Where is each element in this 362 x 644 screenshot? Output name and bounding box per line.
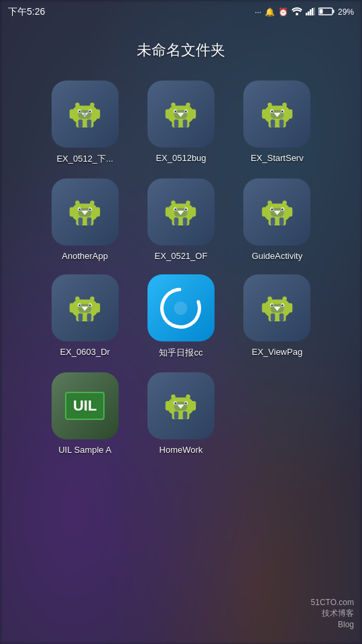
uil-badge-text: UIL [65, 392, 105, 420]
watermark-line3: Blog [311, 619, 354, 631]
app-item-ex0512bug[interactable]: EX_0512bug [136, 80, 225, 165]
app-item-anotherapp[interactable]: AnotherApp [40, 178, 129, 261]
app-icon-exstartserv [243, 80, 310, 148]
signal-icon [306, 7, 315, 17]
app-item-ex0603dr[interactable]: EX_0603_Dr [40, 274, 129, 359]
app-item-exviewpag[interactable]: EX_ViewPag [233, 274, 322, 359]
app-label-exviewpag: EX_ViewPag [251, 347, 302, 357]
status-icons: ··· 🔔 ⏰ 29% [255, 7, 354, 17]
notification-icon: 🔔 [265, 7, 275, 17]
app-item-guideactivity[interactable]: GuideActivity [233, 178, 322, 261]
app-label-guideactivity: GuideActivity [251, 251, 302, 261]
status-bar: 下午5:26 ··· 🔔 ⏰ [0, 0, 362, 24]
svg-rect-58 [78, 217, 83, 225]
svg-rect-28 [192, 109, 196, 118]
svg-rect-31 [183, 119, 188, 127]
battery-icon [318, 7, 335, 17]
svg-rect-128 [192, 400, 196, 410]
app-label-exstartserv: EX_StartServ [251, 153, 304, 163]
svg-rect-16 [87, 119, 92, 127]
svg-rect-27 [166, 109, 170, 118]
svg-rect-70 [192, 207, 196, 216]
svg-rect-30 [174, 119, 179, 127]
app-label-ex0512t: EX_0512_下... [56, 153, 113, 165]
app-icon-ex0512t [52, 80, 119, 148]
svg-rect-130 [174, 411, 179, 419]
app-icon-zhihudaily [147, 274, 215, 341]
svg-rect-69 [166, 207, 170, 216]
svg-rect-84 [288, 207, 293, 216]
app-item-ex0521op[interactable]: EX_0521_OF [136, 178, 225, 261]
app-label-uilsample: UIL Sample A [58, 445, 111, 455]
app-item-exstartserv[interactable]: EX_StartServ [233, 80, 322, 165]
svg-rect-12 [70, 109, 74, 118]
svg-rect-42 [288, 109, 293, 118]
watermark: 51CTO.com 技术博客 Blog [311, 597, 354, 631]
svg-rect-127 [166, 400, 170, 410]
app-icon-homework [147, 372, 215, 439]
app-label-ex0521op: EX_0521_OF [155, 251, 208, 261]
app-icon-guideactivity [243, 178, 310, 246]
signal-dots: ··· [255, 7, 261, 17]
folder-title: 未命名文件夹 [137, 40, 225, 60]
svg-rect-55 [70, 207, 74, 216]
svg-rect-15 [78, 119, 83, 127]
app-item-uilsample[interactable]: UIL UIL Sample A [40, 372, 129, 455]
svg-rect-97 [70, 303, 74, 312]
app-icon-ex0521op [147, 178, 215, 246]
svg-rect-101 [87, 313, 92, 321]
svg-rect-45 [280, 119, 284, 127]
svg-rect-86 [271, 217, 276, 225]
svg-rect-114 [288, 303, 293, 312]
app-icon-anotherapp [52, 178, 119, 246]
svg-rect-56 [96, 207, 101, 216]
watermark-line1: 51CTO.com [311, 597, 354, 608]
svg-rect-98 [96, 303, 101, 312]
svg-rect-116 [271, 313, 276, 321]
app-label-zhihudaily: 知乎日报cc [159, 347, 202, 359]
svg-rect-113 [262, 303, 267, 312]
svg-rect-23 [84, 111, 86, 116]
svg-rect-73 [183, 217, 188, 225]
svg-point-109 [174, 301, 188, 315]
app-label-ex0603dr: EX_0603_Dr [60, 347, 109, 357]
svg-rect-59 [87, 217, 92, 225]
svg-rect-3 [310, 9, 312, 15]
time-display: 下午5:26 [8, 6, 45, 18]
app-label-homework: HomeWork [160, 445, 203, 455]
svg-rect-131 [183, 411, 188, 419]
watermark-line2: 技术博客 [311, 608, 354, 619]
app-icon-ex0603dr [52, 274, 119, 341]
app-icon-ex0512bug [147, 80, 215, 148]
folder-container: 未命名文件夹 [0, 40, 362, 644]
app-icon-exviewpag [243, 274, 310, 341]
svg-rect-2 [308, 11, 310, 15]
svg-rect-44 [271, 119, 276, 127]
svg-rect-4 [312, 8, 314, 15]
app-label-anotherapp: AnotherApp [62, 251, 108, 261]
svg-rect-100 [78, 313, 83, 321]
alarm-icon: ⏰ [278, 7, 288, 17]
app-icon-uilsample: UIL [52, 372, 119, 439]
battery-percent: 29% [338, 7, 354, 17]
svg-rect-41 [262, 109, 267, 118]
svg-rect-1 [306, 13, 308, 15]
app-label-ex0512bug: EX_0512bug [156, 153, 206, 163]
wifi-icon [292, 7, 302, 17]
svg-rect-83 [262, 207, 267, 216]
svg-rect-72 [174, 217, 179, 225]
svg-rect-7 [333, 9, 334, 13]
svg-rect-13 [96, 109, 101, 118]
app-item-zhihudaily[interactable]: 知乎日报cc [136, 274, 225, 359]
svg-rect-117 [280, 313, 284, 321]
app-item-ex0512t[interactable]: EX_0512_下... [40, 80, 129, 165]
app-item-homework[interactable]: HomeWork [136, 372, 225, 455]
svg-rect-8 [319, 9, 322, 13]
svg-rect-87 [280, 217, 284, 225]
svg-rect-5 [314, 7, 315, 15]
apps-grid: EX_0512_下... [27, 80, 335, 455]
svg-point-0 [296, 13, 298, 15]
